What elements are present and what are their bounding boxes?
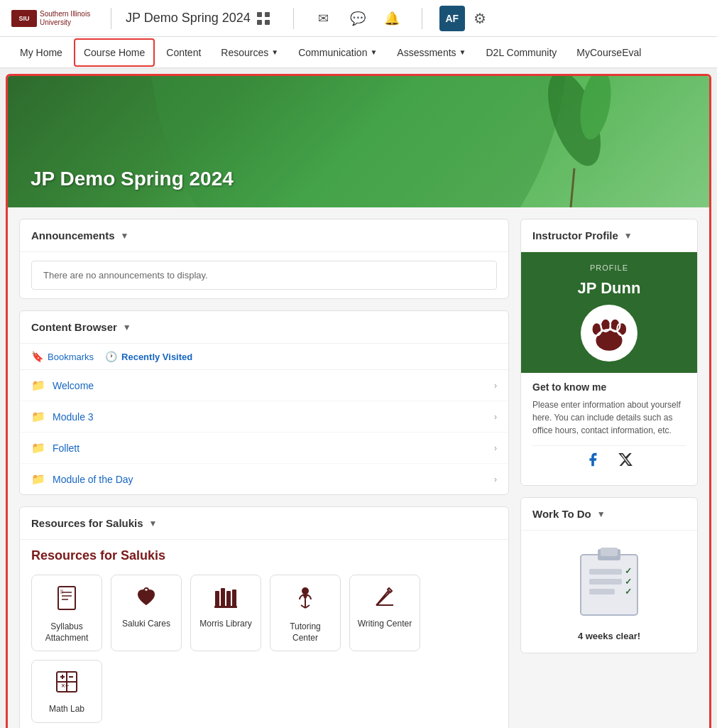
content-browser-header[interactable]: Content Browser ▼ <box>20 311 508 344</box>
work-todo-body: ✓ ✓ ✓ 4 weeks clear! <box>521 531 697 653</box>
announcements-title: Announcements <box>31 229 115 241</box>
syllabus-label: Syllabus Attachment <box>38 621 96 643</box>
nav-mycourseval[interactable]: MyCourseEval <box>568 40 650 65</box>
svg-text:✓: ✓ <box>625 577 632 587</box>
svg-text:✓: ✓ <box>625 566 632 576</box>
recently-visited-tab[interactable]: 🕐 Recently Visited <box>105 351 192 362</box>
left-column: Announcements ▼ There are no announcemen… <box>19 219 509 728</box>
page-body: Announcements ▼ There are no announcemen… <box>8 207 709 728</box>
chevron-follett: › <box>494 443 497 453</box>
saluki-cares-label: Saluki Cares <box>122 619 170 630</box>
tutoring-center-icon <box>294 585 317 616</box>
resources-chevron: ▼ <box>271 48 278 56</box>
chat-icon[interactable]: 💬 <box>345 6 371 31</box>
instructor-name: JP Dunn <box>578 279 641 298</box>
nav-resources[interactable]: Resources ▼ <box>212 40 287 65</box>
chevron-module-day: › <box>494 474 497 484</box>
tutoring-center-label: Tutoring Center <box>276 621 334 643</box>
svg-text:×÷: ×÷ <box>61 682 70 690</box>
social-links <box>532 445 686 477</box>
content-item-follett[interactable]: 📁 Follett › <box>20 433 508 464</box>
content-browser-card: Content Browser ▼ 🔖 Bookmarks 🕐 Recently… <box>19 310 509 495</box>
bell-icon[interactable]: 🔔 <box>379 6 405 31</box>
math-lab-label: Math Lab <box>49 704 84 715</box>
syllabus-icon <box>55 585 78 616</box>
svg-rect-17 <box>214 606 237 608</box>
logo-area: SIU Southern Illinois University JP Demo… <box>11 8 251 29</box>
svg-rect-11 <box>60 590 63 594</box>
work-todo-card: Work To Do ▼ <box>520 497 698 653</box>
svg-rect-44 <box>589 579 622 585</box>
content-list: 📁 Welcome › 📁 Module 3 › 📁 Follett › <box>20 370 508 494</box>
bookmarks-label: Bookmarks <box>48 352 94 362</box>
resource-writing-center[interactable]: Writing Center <box>349 575 420 651</box>
divider2 <box>293 8 294 29</box>
hero-banner: JP Demo Spring 2024 <box>8 76 709 207</box>
instructor-avatar <box>581 305 637 362</box>
chevron-module3: › <box>494 412 497 422</box>
siu-abbr: SIU <box>18 15 29 22</box>
folder-icon-welcome: 📁 <box>31 379 45 392</box>
content-item-module3[interactable]: 📁 Module 3 › <box>20 401 508 433</box>
get-to-know-title: Get to know me <box>532 381 686 393</box>
svg-line-6 <box>571 168 574 207</box>
svg-rect-14 <box>221 588 225 607</box>
settings-icon[interactable]: ⚙ <box>474 10 486 27</box>
folder-icon-module3: 📁 <box>31 410 45 423</box>
announcements-header[interactable]: Announcements ▼ <box>20 219 508 252</box>
svg-rect-45 <box>589 589 615 594</box>
work-todo-header[interactable]: Work To Do ▼ <box>521 498 697 531</box>
profile-info: Get to know me Please enter information … <box>521 373 697 485</box>
content-item-welcome[interactable]: 📁 Welcome › <box>20 370 508 401</box>
content-browser-tabs: 🔖 Bookmarks 🕐 Recently Visited <box>20 344 508 370</box>
instructor-profile-header[interactable]: Instructor Profile ▼ <box>521 219 697 252</box>
top-icons: ✉ 💬 🔔 AF ⚙ <box>251 6 486 31</box>
content-browser-chevron: ▼ <box>123 322 131 332</box>
writing-center-label: Writing Center <box>358 619 412 630</box>
facebook-icon[interactable] <box>585 452 601 471</box>
resource-syllabus[interactable]: Syllabus Attachment <box>31 575 102 651</box>
communication-chevron: ▼ <box>370 48 377 56</box>
resources-header-title: Resources for Salukis <box>31 517 143 529</box>
nav-course-home[interactable]: Course Home <box>74 38 155 67</box>
resource-saluki-cares[interactable]: Saluki Cares <box>111 575 182 651</box>
folder-icon-follett: 📁 <box>31 441 45 455</box>
divider <box>111 8 111 29</box>
morris-library-icon <box>214 585 238 613</box>
svg-rect-2 <box>257 20 262 25</box>
content-item-module-day[interactable]: 📁 Module of the Day › <box>20 464 508 494</box>
resource-math-lab[interactable]: ×÷ Math Lab <box>31 660 102 723</box>
right-column: Instructor Profile ▼ PROFILE JP Dunn <box>520 219 698 728</box>
work-todo-chevron: ▼ <box>597 509 606 519</box>
resources-header[interactable]: Resources for Salukis ▼ <box>20 507 508 540</box>
profile-label: PROFILE <box>590 264 628 272</box>
resource-morris-library[interactable]: Morris Library <box>190 575 261 651</box>
nav-content[interactable]: Content <box>158 40 209 65</box>
bookmarks-tab[interactable]: 🔖 Bookmarks <box>31 351 94 362</box>
content-browser-title: Content Browser <box>31 321 117 333</box>
svg-text:✓: ✓ <box>625 587 632 597</box>
nav-communication[interactable]: Communication ▼ <box>290 40 385 65</box>
resource-tutoring-center[interactable]: Tutoring Center <box>270 575 341 651</box>
x-twitter-icon[interactable] <box>618 452 633 471</box>
siu-logo: SIU Southern Illinois University <box>11 10 97 27</box>
work-todo-title: Work To Do <box>532 508 591 520</box>
hero-course-name: JP Demo Spring 2024 <box>31 168 234 190</box>
apps-icon[interactable] <box>251 6 276 31</box>
divider3 <box>422 8 422 29</box>
nav-assessments[interactable]: Assessments ▼ <box>388 40 474 65</box>
nav-d2l-community[interactable]: D2L Community <box>477 40 565 65</box>
mail-icon[interactable]: ✉ <box>311 6 336 31</box>
morris-library-label: Morris Library <box>199 619 251 630</box>
nav-my-home[interactable]: My Home <box>11 40 71 65</box>
top-bar: SIU Southern Illinois University JP Demo… <box>0 0 717 37</box>
university-name: Southern Illinois University <box>40 10 97 27</box>
saluki-cares-icon <box>135 585 158 613</box>
avatar-button[interactable]: AF <box>439 6 465 31</box>
svg-rect-43 <box>589 569 622 575</box>
instructor-profile-chevron: ▼ <box>624 231 633 241</box>
resources-grid: Syllabus Attachment Saluki Cares Morris … <box>20 569 508 728</box>
clipboard-illustration: ✓ ✓ ✓ <box>567 542 652 622</box>
content-item-welcome-label: Welcome <box>53 380 494 391</box>
content-item-module-day-label: Module of the Day <box>53 474 494 485</box>
